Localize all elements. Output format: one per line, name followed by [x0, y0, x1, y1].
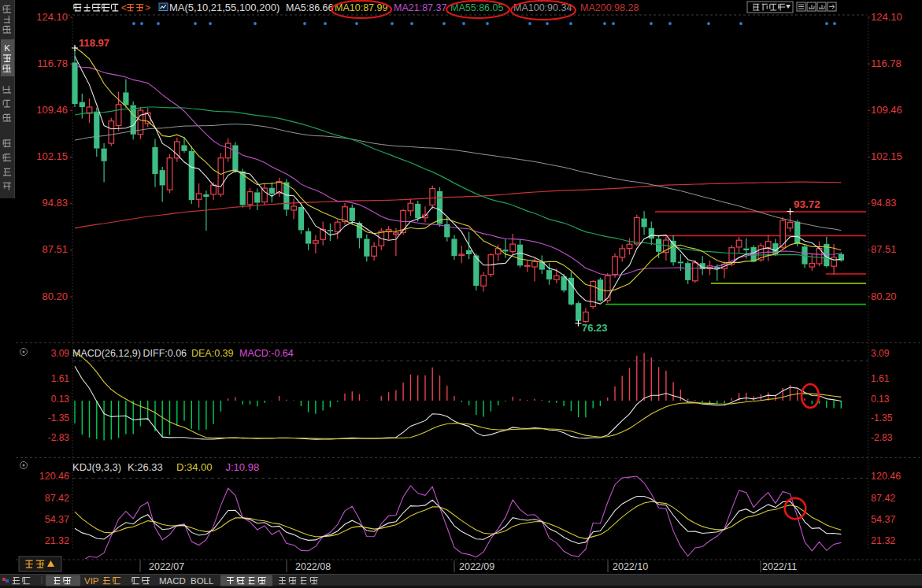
svg-text:MA10:87.99: MA10:87.99	[335, 2, 387, 13]
svg-text:J:10.98: J:10.98	[226, 461, 260, 473]
svg-text:-2.83: -2.83	[48, 432, 70, 443]
svg-text:<: <	[121, 2, 127, 13]
svg-text:80.20: 80.20	[42, 290, 68, 302]
svg-text:BOLL: BOLL	[191, 576, 214, 586]
svg-text:K:26.33: K:26.33	[128, 461, 163, 473]
svg-text:116.78: 116.78	[871, 57, 902, 69]
svg-text:54.37: 54.37	[871, 514, 895, 525]
svg-text:76.23: 76.23	[582, 322, 608, 334]
svg-text:2022/10: 2022/10	[613, 561, 648, 572]
svg-text:93.72: 93.72	[794, 198, 820, 210]
svg-text:>: >	[145, 2, 150, 13]
svg-text:MACD(26,12,9): MACD(26,12,9)	[72, 348, 141, 359]
svg-text:VIP: VIP	[84, 576, 99, 586]
svg-text:2022/07: 2022/07	[149, 561, 184, 572]
svg-text:87.42: 87.42	[45, 493, 69, 504]
svg-text:KDJ(9,3,3): KDJ(9,3,3)	[72, 461, 121, 473]
svg-text:DEA:0.39: DEA:0.39	[191, 348, 234, 359]
svg-text:2022/11: 2022/11	[762, 561, 797, 572]
svg-text:2022/08: 2022/08	[295, 561, 331, 572]
svg-text:-1.35: -1.35	[48, 412, 70, 423]
svg-text:124.10: 124.10	[36, 11, 68, 23]
svg-text:87.51: 87.51	[42, 243, 68, 255]
svg-text:D:34.00: D:34.00	[176, 461, 213, 473]
svg-text:87.51: 87.51	[871, 243, 897, 255]
svg-text:120.46: 120.46	[39, 471, 69, 482]
svg-text:MA100:90.34: MA100:90.34	[513, 2, 572, 13]
svg-text:MACD: MACD	[159, 576, 186, 586]
svg-text:3.09: 3.09	[51, 348, 70, 359]
svg-text:3.09: 3.09	[871, 348, 890, 359]
svg-text:21.32: 21.32	[871, 535, 895, 546]
svg-text:94.83: 94.83	[871, 197, 897, 209]
svg-text:124.10: 124.10	[871, 11, 902, 23]
svg-text:94.83: 94.83	[42, 197, 68, 209]
svg-text:MA(5,10,21,55,100,200): MA(5,10,21,55,100,200)	[169, 2, 280, 13]
svg-text:MA200:98.28: MA200:98.28	[580, 2, 639, 13]
svg-text:118.97: 118.97	[79, 37, 109, 49]
svg-text:54.37: 54.37	[45, 514, 69, 525]
svg-text:K: K	[4, 43, 10, 53]
svg-text:0.13: 0.13	[51, 394, 70, 405]
svg-text:109.46: 109.46	[36, 104, 68, 116]
svg-text:87.42: 87.42	[871, 493, 895, 504]
svg-text:DIFF:0.06: DIFF:0.06	[143, 348, 187, 359]
svg-text:MA5:86.66: MA5:86.66	[286, 2, 334, 13]
svg-text:1.61: 1.61	[51, 373, 70, 384]
svg-text:1.61: 1.61	[871, 373, 890, 384]
svg-text:102.15: 102.15	[871, 150, 902, 162]
svg-text:-1.35: -1.35	[871, 412, 893, 423]
svg-text:-2.83: -2.83	[871, 432, 893, 443]
svg-text:21.32: 21.32	[45, 535, 69, 546]
svg-text:80.20: 80.20	[871, 290, 897, 302]
svg-text:120.46: 120.46	[871, 471, 901, 482]
svg-text:0.13: 0.13	[871, 394, 890, 405]
svg-text:116.78: 116.78	[37, 57, 68, 69]
svg-text:MA21:87.37: MA21:87.37	[394, 2, 446, 13]
svg-text:2022/09: 2022/09	[459, 561, 494, 572]
svg-text:MA55:86.05: MA55:86.05	[450, 2, 503, 13]
svg-text:109.46: 109.46	[871, 104, 902, 116]
svg-text:102.15: 102.15	[36, 150, 68, 162]
svg-text:MACD:-0.64: MACD:-0.64	[239, 348, 294, 359]
